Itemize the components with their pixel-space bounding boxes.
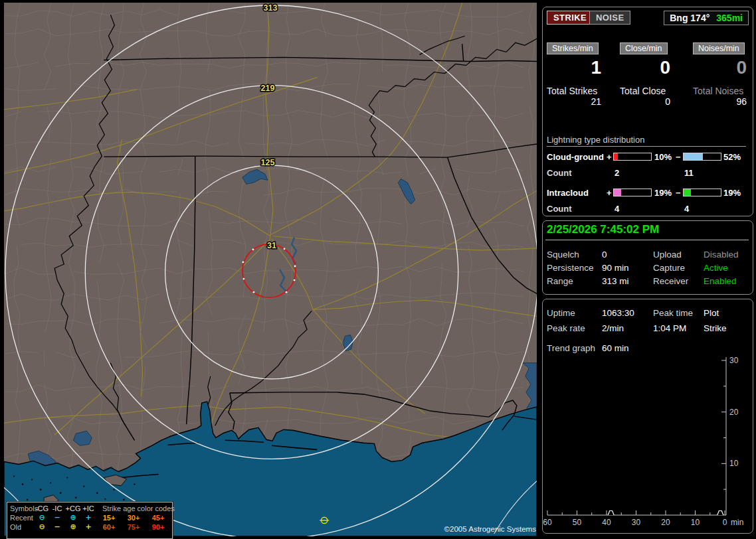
noises-column: Noises/min 0 Total Noises 96 [693, 42, 747, 107]
age-15: 15+ [103, 514, 116, 522]
ring-label-31: 31 [267, 241, 276, 250]
map-legend: Symbols -CG -IC +CG +IC Strike age color… [7, 502, 173, 539]
legend-old-label: Old [10, 523, 21, 531]
close-per-min-chip: Close/min [620, 42, 668, 54]
upload-label: Upload [653, 250, 682, 260]
peak-rate-label: Peak rate [547, 323, 585, 333]
squelch-label: Squelch [547, 250, 579, 260]
strikes-per-min-chip: Strikes/min [547, 42, 599, 54]
svg-text:40: 40 [602, 518, 611, 527]
ring-label-219: 219 [261, 84, 275, 93]
status-row: Persistence 90 min Capture Active [543, 263, 753, 274]
svg-text:30: 30 [632, 518, 641, 527]
squelch-value: 0 [602, 250, 607, 260]
persistence-label: Persistence [547, 263, 594, 273]
peak-time-label: Peak time [653, 308, 693, 318]
strike-rate-spike [608, 511, 614, 516]
neg-cg-bar [683, 153, 721, 161]
divider [545, 240, 749, 240]
svg-text:0: 0 [723, 518, 727, 527]
receiver-label: Receiver [653, 276, 688, 286]
svg-text:10: 10 [691, 518, 700, 527]
close-per-min-value: 0 [620, 57, 670, 78]
neg-ic-bar-fill [684, 189, 691, 196]
session-row: Uptime 1063:30 Peak time Plot [543, 308, 753, 319]
datetime-display: 2/25/2026 7:45:02 PM [547, 223, 659, 236]
count-label: Count [547, 204, 572, 214]
svg-text:60: 60 [543, 518, 552, 527]
legend-col-pos-ic: +IC [82, 504, 94, 512]
upload-state: Disabled [704, 250, 739, 260]
recent-neg-cg-icon: ⊖ [39, 513, 45, 522]
old-neg-cg-icon: ⊖ [39, 522, 45, 531]
intracloud-row: Intracloud + 19% − 19% [543, 188, 753, 198]
noises-per-min-chip: Noises/min [693, 42, 745, 54]
legend-age-header: Strike age color codes [102, 504, 175, 512]
cloud-ground-row: Cloud-ground + 10% − 52% [543, 152, 753, 163]
neg-ic-count: 4 [684, 204, 689, 214]
intracloud-count-row: Count 4 4 [543, 204, 753, 214]
capture-label: Capture [653, 263, 685, 273]
minus-sign: − [676, 152, 681, 162]
pos-cg-bar-fill [614, 153, 618, 160]
age-45: 45+ [152, 514, 165, 522]
age-90: 90+ [152, 523, 165, 531]
neg-ic-percent: 19% [723, 188, 741, 198]
noise-toggle-button[interactable]: NOISE [589, 11, 630, 25]
plot-type-value: Strike [704, 323, 727, 333]
total-close-value: 0 [620, 96, 670, 107]
strike-counter-panel: STRIKE NOISE Bng 174°365mi Strikes/min 1… [542, 7, 753, 216]
total-noises-label: Total Noises [693, 86, 747, 96]
legend-symbols-header: Symbols [10, 504, 38, 512]
range-value: 313 mi [602, 276, 629, 286]
receiver-state: Enabled [704, 276, 737, 286]
recent-neg-ic-icon: − [54, 513, 60, 522]
neg-cg-bar-fill [684, 153, 703, 160]
age-30: 30+ [128, 514, 140, 522]
cloud-ground-label: Cloud-ground [547, 152, 604, 162]
total-strikes-label: Total Strikes [547, 86, 601, 96]
old-neg-ic-icon: − [54, 522, 60, 531]
plus-sign: + [607, 152, 612, 162]
age-60: 60+ [103, 523, 116, 531]
svg-text:20: 20 [729, 408, 739, 417]
count-label: Count [547, 168, 572, 178]
recent-pos-cg-icon: ⊕ [70, 513, 76, 522]
legend-col-neg-ic: -IC [52, 504, 62, 512]
legend-col-neg-cg: -CG [35, 504, 48, 512]
strikes-per-min-value: 1 [547, 57, 601, 78]
svg-text:10: 10 [729, 459, 739, 468]
map-canvas: 313 219 125 31 ©2005 Astrogenic Systems [4, 3, 537, 536]
minus-sign: − [676, 188, 681, 198]
range-label: Range [547, 276, 573, 286]
capture-state: Active [704, 263, 728, 273]
pos-cg-percent: 10% [654, 152, 672, 162]
distribution-title: Lightning type distribution [547, 135, 746, 147]
trend-graph-value: 60 min [602, 343, 629, 353]
lightning-map[interactable]: 313 219 125 31 ©2005 Astrogenic Systems [4, 3, 537, 536]
ring-label-125: 125 [261, 158, 275, 167]
bearing-value: Bng 174° [670, 13, 709, 23]
session-trend-panel: Uptime 1063:30 Peak time Plot Peak rate … [542, 299, 753, 534]
svg-text:20: 20 [661, 518, 670, 527]
peak-time-value: 1:04 PM [653, 323, 686, 333]
strike-rate-spike [717, 511, 723, 516]
total-noises-value: 96 [693, 96, 747, 107]
pos-ic-percent: 19% [654, 188, 672, 198]
noises-per-min-value: 0 [693, 57, 747, 78]
legend-recent-label: Recent [10, 514, 33, 522]
plot-mode-value: Plot [704, 308, 719, 318]
trend-graph-label: Trend graph [547, 343, 595, 353]
status-row: Squelch 0 Upload Disabled [543, 250, 753, 261]
svg-text:min: min [731, 518, 743, 527]
old-pos-cg-icon: ⊕ [70, 522, 76, 531]
total-close-label: Total Close [620, 86, 670, 96]
uptime-value: 1063:30 [602, 308, 634, 318]
distance-value: 365mi [716, 13, 743, 23]
pos-cg-count: 2 [614, 168, 619, 178]
status-panel: 2/25/2026 7:45:02 PM Squelch 0 Upload Di… [542, 220, 753, 295]
uptime-label: Uptime [547, 308, 575, 318]
session-row: Peak rate 2/min 1:04 PM Strike [543, 323, 753, 335]
intracloud-label: Intracloud [547, 188, 589, 198]
strike-toggle-button[interactable]: STRIKE [547, 11, 593, 25]
